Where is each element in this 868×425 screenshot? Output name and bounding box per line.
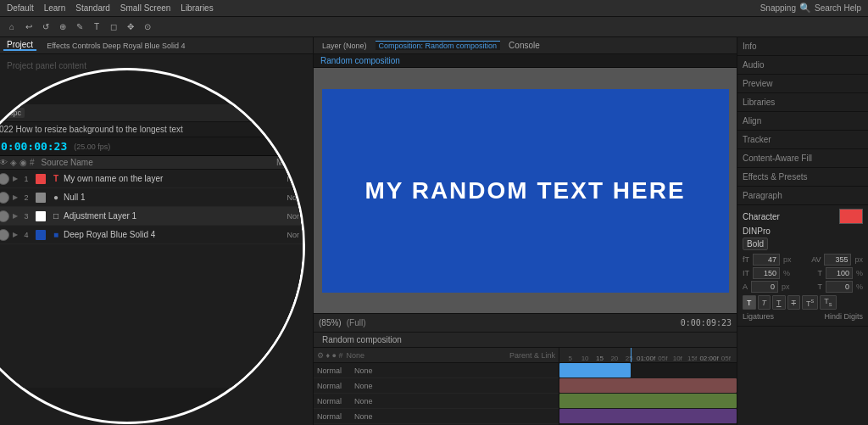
layer-vis-3[interactable] <box>0 210 9 222</box>
timecode-main: 0:00:00:23 <box>1 140 67 153</box>
font-name[interactable]: DINPro <box>743 226 863 236</box>
trash-icon[interactable]: 🗑 <box>288 108 298 118</box>
fmt-italic[interactable]: T <box>758 295 771 310</box>
menu-default[interactable]: Default <box>7 3 34 13</box>
menu-standard[interactable]: Standard <box>75 3 110 13</box>
rp-preview[interactable]: Preview <box>743 77 863 90</box>
fmt-strikethrough[interactable]: T <box>787 295 801 310</box>
tl-mode-2[interactable]: Normal <box>317 382 351 390</box>
type-icon[interactable]: T <box>90 20 103 34</box>
tracking-unit: px <box>854 255 863 264</box>
baseline-input[interactable] <box>751 281 778 293</box>
scale-v-input[interactable] <box>826 267 853 279</box>
tl-icons: ⚙ ♦ ● # <box>317 351 343 360</box>
rp-character-section: Character DINPro Bold fT px AV px IT % T <box>737 205 868 327</box>
tracking-input[interactable] <box>824 254 851 266</box>
tick-7: 10f <box>670 355 685 362</box>
zoom-label[interactable]: (85%) <box>319 318 342 327</box>
rp-content-aware[interactable]: Content-Aware Fill <box>743 152 863 165</box>
rp-libraries[interactable]: Libraries <box>743 96 863 109</box>
rp-align[interactable]: Align <box>743 115 863 127</box>
rp-paragraph[interactable]: Paragraph <box>743 189 863 202</box>
arrow-icon[interactable]: ↩ <box>22 20 36 34</box>
rp-section-align: Align <box>737 112 868 131</box>
timeline-right: 5 10 15 20 25 01:00f 05f 10f 15f 02:00f … <box>559 348 737 425</box>
anchor-icon[interactable]: ⊙ <box>141 20 154 34</box>
tick-8: 15f <box>685 355 699 362</box>
menu-learn[interactable]: Learn <box>44 3 66 13</box>
tab-project[interactable]: Project <box>3 40 36 51</box>
move-icon[interactable]: ✥ <box>124 20 137 34</box>
fmt-underline[interactable]: T <box>772 295 786 310</box>
fmt-subscript[interactable]: Ts <box>820 295 836 310</box>
char-color-preview[interactable] <box>839 209 863 224</box>
tab-effects-controls[interactable]: Effects Controls Deep Royal Blue Solid 4 <box>43 42 188 50</box>
tick-0: 5 <box>563 355 577 362</box>
font-size-input[interactable] <box>753 254 780 266</box>
tl-mode-3[interactable]: Normal <box>317 397 351 405</box>
col-icons: 👁 ◈ ◉ # <box>0 158 35 167</box>
layer-color-1 <box>36 174 46 184</box>
layer-name-2[interactable]: Null 1 <box>64 193 275 202</box>
center-panel: Layer (None) Composition: Random composi… <box>314 37 737 425</box>
scale-h-input[interactable] <box>753 267 780 279</box>
circle-inner: 8 bpc 🗑 022 How to resize background to … <box>0 70 303 422</box>
tl-parent-label: Parent & Link <box>509 351 555 360</box>
layer-name-3[interactable]: Adjustment Layer 1 <box>64 211 275 221</box>
tl-none-3[interactable]: None <box>354 397 380 405</box>
tl-mode-4[interactable]: Normal <box>317 412 351 421</box>
home-icon[interactable]: ⌂ <box>5 20 19 34</box>
menu-small-screen[interactable]: Small Screen <box>120 3 170 13</box>
tl-row-4: Normal None <box>314 409 559 424</box>
fit-label[interactable]: (Full) <box>347 318 366 327</box>
layer-vis-4[interactable] <box>0 229 9 241</box>
layer-arrow-4: ▶ <box>13 231 18 238</box>
search-icon[interactable]: 🔍 <box>799 3 811 14</box>
tl-none-4[interactable]: None <box>354 412 380 421</box>
font-style[interactable]: Bold <box>743 238 768 250</box>
tick-5: 01:00f <box>637 355 655 362</box>
search-help-label[interactable]: Search Help <box>815 3 861 13</box>
tl-tracks <box>559 363 737 425</box>
rp-info[interactable]: Info <box>743 40 863 53</box>
comp-controls: (85%) (Full) 0:00:09:23 <box>314 313 737 332</box>
layer-color-2 <box>36 193 46 203</box>
layer-mode-4[interactable]: Nor <box>275 231 301 239</box>
menu-libraries[interactable]: Libraries <box>181 3 213 13</box>
layer-vis-1[interactable] <box>0 173 9 185</box>
layer-mode-3[interactable]: Nor <box>275 212 301 221</box>
tab-layer-none[interactable]: Layer (None) <box>319 42 370 50</box>
skew-input[interactable] <box>826 281 853 293</box>
search-icon-small[interactable]: ⌕ <box>290 142 296 152</box>
hindi-digits-label[interactable]: Hindi Digits <box>824 312 863 321</box>
layer-vis-2[interactable] <box>0 192 9 204</box>
layer-row: ▶ 3 □ Adjustment Layer 1 Nor <box>0 207 303 226</box>
layer-mode-1[interactable]: Nor <box>275 175 301 183</box>
fmt-superscript[interactable]: Ts <box>802 295 818 310</box>
layer-name-1[interactable]: My own name on the layer <box>64 174 275 183</box>
rp-audio[interactable]: Audio <box>743 59 863 71</box>
layer-name-4[interactable]: Deep Royal Blue Solid 4 <box>64 230 275 239</box>
cp-header: 8 bpc 🗑 <box>0 104 303 122</box>
solo-col-icon: ◉ <box>19 158 27 167</box>
tl-none-2[interactable]: None <box>354 382 380 390</box>
tick-2: 15 <box>593 355 607 362</box>
snapping-label: Snapping <box>760 3 796 13</box>
magnify-icon[interactable]: ⊕ <box>56 20 70 34</box>
rp-effects[interactable]: Effects & Presets <box>743 171 863 183</box>
layer-type-icon-2: ● <box>50 192 62 204</box>
rp-section-audio: Audio <box>737 56 868 75</box>
fmt-bold[interactable]: T <box>743 295 756 310</box>
tab-composition[interactable]: Composition: Random composition <box>376 41 501 50</box>
shape-icon[interactable]: ◻ <box>107 20 120 34</box>
rp-tracker[interactable]: Tracker <box>743 133 863 146</box>
ligatures-label[interactable]: Ligatures <box>743 312 774 321</box>
pen-icon[interactable]: ✎ <box>73 20 86 34</box>
undo-icon[interactable]: ↺ <box>39 20 53 34</box>
right-panel: Info Audio Preview Libraries Align Track… <box>737 37 868 425</box>
timeline-tab-comp[interactable]: Random composition <box>319 335 405 344</box>
layer-mode-2[interactable]: Nor <box>275 193 301 202</box>
tl-mode-1[interactable]: Normal <box>317 366 351 375</box>
tl-none-1[interactable]: None <box>354 366 380 375</box>
tab-console[interactable]: Console <box>505 41 543 50</box>
